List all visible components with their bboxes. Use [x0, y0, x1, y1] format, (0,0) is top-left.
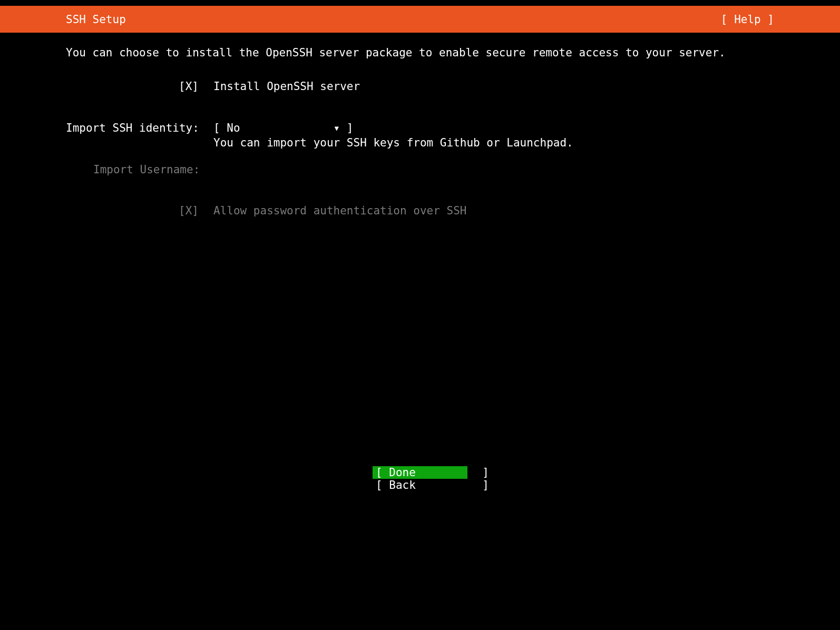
import-username-label: Import Username: — [93, 163, 200, 176]
header-bar: SSH Setup [ Help ] — [0, 6, 840, 33]
done-button[interactable]: [ Done ] — [373, 466, 467, 479]
description-text: You can choose to install the OpenSSH se… — [66, 46, 774, 60]
footer-buttons: [ Done ] [ Back ] — [373, 466, 467, 491]
allow-password-checkbox: [X] — [179, 204, 199, 217]
help-button[interactable]: [ Help ] — [721, 13, 774, 26]
import-identity-hint: You can import your SSH keys from Github… — [213, 136, 774, 150]
install-openssh-label: Install OpenSSH server — [213, 80, 360, 93]
import-identity-label: Import SSH identity: — [66, 122, 199, 134]
install-openssh-checkbox[interactable]: [X] — [179, 80, 199, 93]
back-button[interactable]: [ Back ] — [373, 479, 467, 491]
page-title: SSH Setup — [66, 13, 126, 26]
allow-password-label: Allow password authentication over SSH — [213, 204, 466, 217]
main-content: You can choose to install the OpenSSH se… — [0, 33, 840, 218]
import-identity-dropdown[interactable]: [ No ▾ ] — [213, 121, 774, 135]
